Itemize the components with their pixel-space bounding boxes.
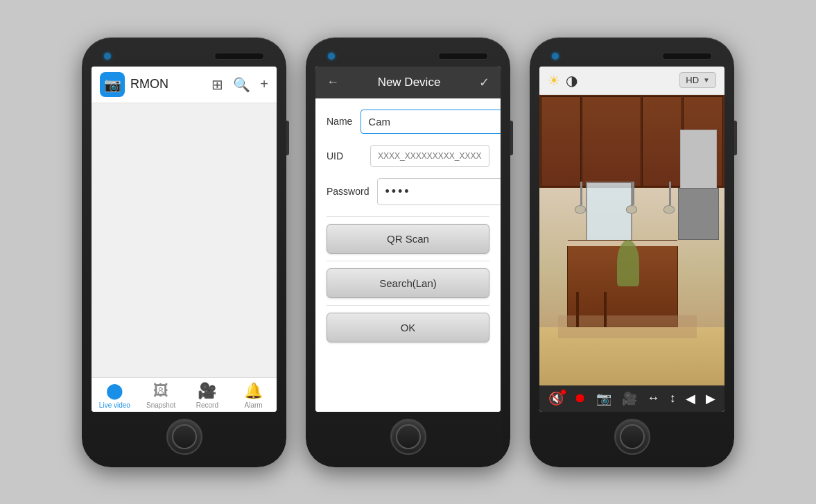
- pan-vertical-icon[interactable]: ↕: [670, 391, 676, 406]
- app-content-area: [92, 103, 277, 377]
- phone-2-top-bar: [315, 50, 501, 62]
- app-header-icons: ⊞ 🔍 +: [211, 76, 268, 93]
- app-title: RMON: [130, 77, 206, 92]
- mute-icon[interactable]: 🔇: [548, 391, 564, 406]
- flowers: [617, 240, 639, 286]
- phone-3-bottom: [614, 419, 650, 455]
- stool-leg-1: [576, 292, 579, 327]
- tab-bar: ⬤ Live video 🖼 Snapshot 🎥 Record 🔔 Alarm: [92, 377, 277, 412]
- live-video-icon: ⬤: [106, 382, 123, 400]
- quality-selector[interactable]: HD ▼: [679, 72, 716, 88]
- range: [678, 188, 719, 240]
- qr-scan-button[interactable]: QR Scan: [327, 224, 489, 254]
- pendant-shade-2: [626, 205, 637, 214]
- camera-view: [539, 95, 724, 385]
- record-icon[interactable]: ⏺: [574, 391, 587, 406]
- password-input[interactable]: [377, 178, 501, 205]
- home-button-inner-3: [620, 424, 645, 449]
- pendant-wire-2: [632, 182, 634, 205]
- app-logo: 📷: [100, 72, 125, 97]
- phone-3-screen: ☀ ◑ HD ▼: [539, 67, 724, 412]
- phone-1: 📷 RMON ⊞ 🔍 + ⬤ Live video 🖼 Sn: [82, 37, 286, 467]
- password-label: Password: [327, 186, 369, 197]
- pendant-wire-1: [580, 182, 582, 205]
- form-divider-3: [327, 305, 489, 306]
- chevron-down-icon: ▼: [703, 76, 710, 84]
- pendant-shade-3: [663, 205, 675, 214]
- speaker-3: [662, 53, 712, 60]
- tab-snapshot-label: Snapshot: [146, 401, 175, 409]
- alarm-icon: 🔔: [244, 382, 263, 400]
- uid-input[interactable]: [370, 145, 489, 167]
- window: [586, 182, 632, 245]
- stool-leg-2: [604, 292, 607, 327]
- speaker-1: [214, 53, 264, 60]
- cabinet-3: [642, 96, 682, 186]
- phone-3-top-bar: [539, 50, 724, 62]
- tab-live-video-label: Live video: [99, 401, 130, 409]
- grid-icon[interactable]: ⊞: [211, 76, 223, 93]
- phones-container: 📷 RMON ⊞ 🔍 + ⬤ Live video 🖼 Sn: [82, 37, 734, 467]
- home-button-2[interactable]: [390, 419, 426, 455]
- cabinet-2: [582, 96, 641, 186]
- cabinet-1: [541, 96, 581, 186]
- range-hood: [680, 130, 717, 193]
- tab-alarm-label: Alarm: [245, 401, 263, 409]
- front-camera-2: [328, 53, 335, 60]
- home-button-inner-1: [172, 424, 197, 449]
- tab-record[interactable]: 🎥 Record: [186, 382, 228, 409]
- snapshot-icon: 🖼: [153, 382, 168, 400]
- pan-horizontal-icon[interactable]: ↔: [647, 391, 659, 406]
- video-icon[interactable]: 🎥: [622, 391, 637, 406]
- home-button-3[interactable]: [614, 419, 650, 455]
- flip-icon[interactable]: ◀: [686, 391, 695, 406]
- tab-snapshot[interactable]: 🖼 Snapshot: [140, 382, 182, 409]
- phone-2-screen: ← New Device ✓ Name UID Password: [315, 67, 501, 412]
- play-icon[interactable]: ▶: [706, 391, 715, 406]
- kitchen-scene: [539, 95, 724, 385]
- camera-header: ☀ ◑ HD ▼: [539, 67, 724, 95]
- search-icon[interactable]: 🔍: [233, 76, 250, 93]
- phone-2-bottom: [390, 419, 426, 455]
- back-button[interactable]: ←: [327, 75, 339, 89]
- new-device-form: Name UID Password QR Scan Search(Lan): [315, 98, 501, 412]
- quality-label: HD: [686, 75, 699, 85]
- front-camera-3: [552, 53, 559, 60]
- side-button-3: [734, 121, 737, 155]
- front-camera-1: [104, 53, 111, 60]
- ok-button[interactable]: OK: [327, 313, 489, 342]
- uid-field-row: UID: [327, 145, 489, 167]
- record-icon: 🎥: [198, 382, 216, 400]
- brightness-icon[interactable]: ☀: [548, 72, 560, 89]
- phone-2: ← New Device ✓ Name UID Password: [306, 37, 510, 467]
- tab-record-label: Record: [196, 401, 218, 409]
- confirm-button[interactable]: ✓: [479, 75, 489, 90]
- pendant-shade-1: [575, 205, 586, 214]
- camera-logo-icon: 📷: [104, 76, 121, 93]
- add-icon[interactable]: +: [260, 76, 268, 92]
- app-header: 📷 RMON ⊞ 🔍 +: [92, 67, 277, 103]
- new-device-header: ← New Device ✓: [315, 67, 501, 98]
- snapshot-icon[interactable]: 📷: [596, 391, 611, 406]
- home-button-1[interactable]: [166, 419, 202, 455]
- name-input[interactable]: [361, 110, 501, 134]
- pendant-wire-3: [669, 182, 671, 205]
- phone-3: ☀ ◑ HD ▼: [530, 37, 734, 467]
- contrast-icon[interactable]: ◑: [566, 72, 578, 89]
- speaker-2: [438, 53, 488, 60]
- phone-1-bottom: [166, 419, 202, 455]
- home-button-inner-2: [396, 424, 421, 449]
- side-button-2: [510, 121, 513, 155]
- phone-1-top-bar: [92, 50, 277, 62]
- phone-1-screen: 📷 RMON ⊞ 🔍 + ⬤ Live video 🖼 Sn: [92, 67, 277, 412]
- form-divider-2: [327, 261, 489, 261]
- search-lan-button[interactable]: Search(Lan): [327, 268, 489, 298]
- name-field-row: Name: [327, 110, 489, 134]
- camera-controls: 🔇 ⏺ 📷 🎥 ↔ ↕ ◀ ▶: [539, 385, 724, 412]
- tab-alarm[interactable]: 🔔 Alarm: [233, 382, 275, 409]
- new-device-title: New Device: [378, 76, 441, 89]
- uid-label: UID: [327, 150, 362, 162]
- tab-live-video[interactable]: ⬤ Live video: [94, 382, 135, 409]
- name-label: Name: [327, 116, 352, 127]
- side-button-1: [286, 121, 289, 155]
